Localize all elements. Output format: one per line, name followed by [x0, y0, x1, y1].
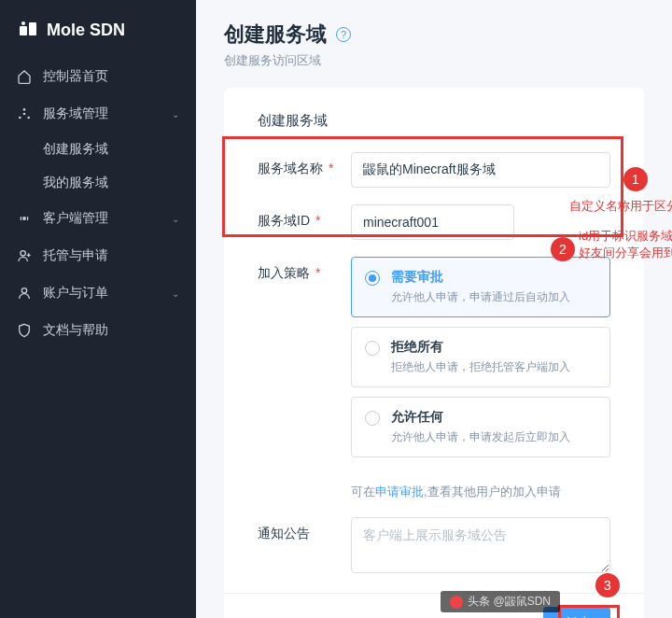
page-subtitle: 创建服务访问区域 — [224, 52, 644, 69]
annotation-text-2: id用于标识服务域， 好友间分享会用到 — [579, 228, 672, 261]
row-policy: 加入策略 * 需要审批 允许他人申请，申请通过后自动加入 拒绝所有 拒绝他 — [258, 257, 610, 467]
svg-point-6 — [23, 113, 26, 116]
policy-hint: 可在申请审批,查看其他用户的加入申请 — [351, 484, 610, 500]
sidebar-item-client-mgmt[interactable]: 客户端管理 ⌄ — [0, 200, 196, 237]
user-icon — [17, 286, 32, 301]
home-icon — [17, 69, 32, 84]
textarea-notice[interactable] — [351, 517, 610, 573]
policy-title: 允许任何 — [391, 409, 596, 426]
row-domain-name: 服务域名称 * — [258, 152, 610, 188]
radio-icon — [365, 411, 380, 426]
svg-point-8 — [21, 251, 25, 256]
user-plus-icon — [17, 248, 32, 263]
annotation-badge-2: 2 — [551, 237, 575, 261]
network-icon — [17, 106, 32, 121]
chevron-down-icon: ⌄ — [172, 288, 179, 299]
sidebar-sub-create-domain[interactable]: 创建服务域 — [0, 133, 196, 166]
policy-desc: 拒绝他人申请，拒绝托管客户端加入 — [391, 359, 596, 375]
brand: Mole SDN — [0, 7, 196, 58]
sidebar: Mole SDN 控制器首页 服务域管理 ⌄ 创建服务域 我的服务域 客户端管理… — [0, 0, 196, 618]
page-header: 创建服务域 ? — [224, 21, 644, 49]
sidebar-item-docs[interactable]: 文档与帮助 — [0, 312, 196, 349]
nav-label: 托管与申请 — [43, 247, 179, 264]
annotation-text-1: 自定义名称用于区分用途 — [569, 198, 672, 215]
sidebar-sub-my-domains[interactable]: 我的服务域 — [0, 166, 196, 200]
chevron-down-icon: ⌄ — [172, 109, 179, 119]
nav-label: 文档与帮助 — [43, 322, 179, 339]
form-card: 创建服务域 服务域名称 * 服务域ID * 加入策略 * 需要审批 允许他人申请… — [224, 88, 644, 618]
svg-point-7 — [23, 218, 26, 220]
sidebar-item-hosting[interactable]: 托管与申请 — [0, 237, 196, 274]
brand-text: Mole SDN — [47, 21, 125, 40]
svg-rect-0 — [20, 26, 27, 35]
annotation-badge-1: 1 — [623, 167, 648, 191]
broadcast-icon — [17, 211, 32, 226]
radio-icon — [365, 341, 380, 356]
policy-option-approve[interactable]: 需要审批 允许他人申请，申请通过后自动加入 — [351, 257, 610, 317]
label-domain-id: 服务域ID * — [258, 204, 351, 240]
policy-title: 需要审批 — [391, 269, 596, 286]
page-title: 创建服务域 — [224, 21, 327, 49]
form-footer: 创建 — [224, 593, 644, 618]
svg-point-4 — [19, 117, 21, 119]
shield-icon — [17, 323, 32, 338]
svg-point-9 — [21, 288, 26, 293]
nav-label: 服务域管理 — [43, 105, 172, 122]
policy-desc: 允许他人申请，申请通过后自动加入 — [391, 289, 596, 305]
policy-desc: 允许他人申请，申请发起后立即加入 — [391, 429, 596, 445]
watermark: 头条 @鼹鼠SDN — [441, 591, 560, 612]
brand-icon — [17, 19, 39, 41]
label-domain-name: 服务域名称 * — [258, 152, 351, 188]
svg-point-3 — [23, 108, 26, 111]
policy-option-reject[interactable]: 拒绝所有 拒绝他人申请，拒绝托管客户端加入 — [351, 327, 610, 387]
input-domain-id[interactable] — [351, 204, 514, 240]
nav-label: 账户与订单 — [43, 285, 172, 302]
svg-rect-1 — [29, 22, 36, 35]
sidebar-item-home[interactable]: 控制器首页 — [0, 58, 196, 95]
nav-label: 客户端管理 — [43, 210, 172, 227]
chevron-down-icon: ⌄ — [172, 214, 179, 224]
row-domain-id: 服务域ID * — [258, 204, 610, 240]
svg-point-2 — [21, 21, 25, 25]
help-icon[interactable]: ? — [336, 27, 351, 42]
policy-title: 拒绝所有 — [391, 339, 596, 356]
label-notice: 通知公告 — [258, 517, 351, 576]
policy-option-allow[interactable]: 允许任何 允许他人申请，申请发起后立即加入 — [351, 397, 610, 457]
sidebar-item-domain-mgmt[interactable]: 服务域管理 ⌄ — [0, 95, 196, 133]
hint-link[interactable]: 申请审批 — [375, 485, 424, 499]
label-policy: 加入策略 * — [258, 257, 351, 467]
radio-icon — [365, 271, 380, 286]
card-title: 创建服务域 — [258, 112, 610, 130]
annotation-badge-3: 3 — [595, 573, 620, 597]
svg-point-5 — [27, 117, 30, 119]
input-domain-name[interactable] — [351, 152, 610, 188]
main-content: 创建服务域 ? 创建服务访问区域 创建服务域 服务域名称 * 服务域ID * 加… — [196, 0, 672, 618]
row-notice: 通知公告 — [258, 517, 610, 576]
sidebar-item-account[interactable]: 账户与订单 ⌄ — [0, 274, 196, 312]
nav-label: 控制器首页 — [43, 68, 179, 85]
